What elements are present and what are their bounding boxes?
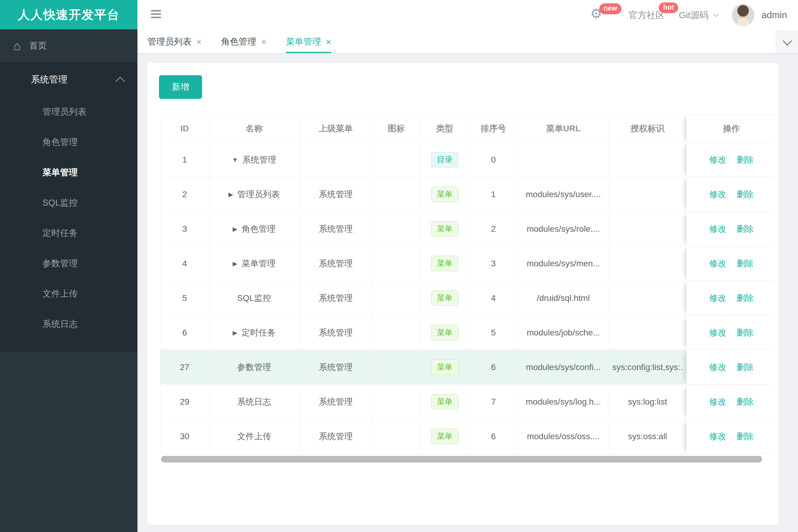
cell-perms: sys:config:list,sys:. xyxy=(609,350,686,384)
sidebar-home-label: 首页 xyxy=(29,40,47,52)
top-header: ⚙ new 官方社区 hot Git源码 admin xyxy=(137,0,798,30)
sidebar-item[interactable]: 菜单管理 xyxy=(0,157,137,188)
cell-icon xyxy=(372,281,421,315)
delete-link[interactable]: 删除 xyxy=(737,223,754,235)
column-header: 操作 xyxy=(686,115,777,142)
expand-arrow-down-icon[interactable]: ▼ xyxy=(232,157,238,163)
type-badge: 菜单 xyxy=(431,394,459,410)
sidebar-group-system[interactable]: 系统管理 xyxy=(0,62,137,97)
horizontal-scrollbar[interactable] xyxy=(161,456,762,462)
cell-order: 5 xyxy=(469,316,518,350)
avatar xyxy=(732,4,754,26)
cell-url: modules/sys/user.... xyxy=(518,177,609,211)
tab-close-icon[interactable]: × xyxy=(326,37,331,47)
sidebar-item[interactable]: 系统日志 xyxy=(0,309,137,339)
delete-link[interactable]: 删除 xyxy=(737,292,754,304)
cell-icon xyxy=(372,212,421,246)
cell-id: 2 xyxy=(161,177,209,211)
add-button[interactable]: 新增 xyxy=(159,75,202,99)
cell-type: 菜单 xyxy=(421,177,469,211)
chevron-down-icon xyxy=(782,36,792,45)
cell-url xyxy=(518,142,609,177)
sidebar-item-label: 管理员列表 xyxy=(42,106,87,118)
sidebar-item-label: 系统日志 xyxy=(42,318,78,330)
table-row: 5SQL监控系统管理菜单4/druid/sql.html修改删除 xyxy=(161,281,776,316)
tabs-overflow-button[interactable] xyxy=(776,30,798,53)
cell-url: modules/job/sche... xyxy=(518,316,609,350)
menu-name: 参数管理 xyxy=(237,362,271,373)
cell-order: 6 xyxy=(469,350,518,384)
cell-type: 目录 xyxy=(421,142,469,177)
cell-name: 系统日志 xyxy=(209,385,299,419)
tab-菜单管理[interactable]: 菜单管理× xyxy=(286,30,331,53)
expand-arrow-right-icon[interactable]: ▶ xyxy=(228,191,233,197)
table-row: 3▶角色管理系统管理菜单2modules/sys/role....修改删除 xyxy=(161,212,776,246)
delete-link[interactable]: 删除 xyxy=(737,154,754,166)
cell-name: ▶角色管理 xyxy=(209,212,299,246)
expand-arrow-right-icon[interactable]: ▶ xyxy=(233,226,237,232)
tab-close-icon[interactable]: × xyxy=(261,37,267,47)
main-content: 新增 ID名称上级菜单图标类型排序号菜单URL授权标识操作1▼系统管理目录0修改… xyxy=(137,53,798,532)
expand-arrow-right-icon[interactable]: ▶ xyxy=(233,261,237,267)
cell-actions: 修改删除 xyxy=(686,177,777,211)
edit-link[interactable]: 修改 xyxy=(709,362,726,373)
cell-actions: 修改删除 xyxy=(686,281,777,315)
delete-link[interactable]: 删除 xyxy=(737,362,754,373)
table-row: 6▶定时任务系统管理菜单5modules/job/sche...修改删除 xyxy=(161,316,776,350)
menu-name: 角色管理 xyxy=(242,223,276,235)
user-menu[interactable]: admin xyxy=(732,4,787,26)
sidebar-item[interactable]: SQL监控 xyxy=(0,188,137,218)
username: admin xyxy=(762,10,787,21)
tab-角色管理[interactable]: 角色管理× xyxy=(221,30,267,53)
sidebar-item-home[interactable]: ⌂ 首页 xyxy=(0,30,137,62)
sidebar-group-label: 系统管理 xyxy=(31,73,67,86)
sidebar-item[interactable]: 文件上传 xyxy=(0,279,137,309)
cell-parent: 系统管理 xyxy=(299,385,372,419)
delete-link[interactable]: 删除 xyxy=(737,189,754,200)
sidebar-item[interactable]: 角色管理 xyxy=(0,127,137,157)
cell-actions: 修改删除 xyxy=(686,419,777,453)
expand-arrow-right-icon[interactable]: ▶ xyxy=(233,330,237,336)
cell-id: 4 xyxy=(161,246,209,281)
cell-name: ▶管理员列表 xyxy=(209,177,299,211)
edit-link[interactable]: 修改 xyxy=(709,292,726,304)
cell-type: 菜单 xyxy=(421,281,469,315)
cell-url: modules/oss/oss.... xyxy=(518,419,609,453)
tab-管理员列表[interactable]: 管理员列表× xyxy=(147,30,202,53)
git-source-dropdown[interactable]: Git源码 xyxy=(679,9,718,21)
edit-link[interactable]: 修改 xyxy=(709,327,726,339)
edit-link[interactable]: 修改 xyxy=(709,223,726,235)
edit-link[interactable]: 修改 xyxy=(709,258,726,269)
cell-id: 30 xyxy=(161,419,209,453)
cell-id: 1 xyxy=(161,142,209,177)
cell-url: /druid/sql.html xyxy=(518,281,609,315)
sidebar-item[interactable]: 定时任务 xyxy=(0,218,137,248)
cell-parent: 系统管理 xyxy=(299,316,372,350)
delete-link[interactable]: 删除 xyxy=(737,396,754,407)
column-header: ID xyxy=(161,115,209,142)
settings-button[interactable]: ⚙ new xyxy=(590,4,614,26)
cell-perms xyxy=(609,246,686,281)
edit-link[interactable]: 修改 xyxy=(709,189,726,200)
cell-url: modules/sys/log.h... xyxy=(518,385,609,419)
menu-name: 文件上传 xyxy=(237,431,271,442)
sidebar-item[interactable]: 管理员列表 xyxy=(0,97,137,127)
cell-parent: 系统管理 xyxy=(299,281,372,315)
tab-close-icon[interactable]: × xyxy=(196,37,202,47)
table-row: 27参数管理系统管理菜单6modules/sys/confi...sys:con… xyxy=(161,350,776,385)
edit-link[interactable]: 修改 xyxy=(709,154,726,166)
edit-link[interactable]: 修改 xyxy=(709,396,726,407)
community-link[interactable]: 官方社区 hot xyxy=(628,9,665,21)
cell-perms xyxy=(609,177,686,211)
cell-order: 1 xyxy=(469,177,518,211)
edit-link[interactable]: 修改 xyxy=(709,431,726,442)
delete-link[interactable]: 删除 xyxy=(737,431,754,442)
cell-name: 参数管理 xyxy=(209,350,299,384)
type-badge: 菜单 xyxy=(431,290,459,306)
table-header-row: ID名称上级菜单图标类型排序号菜单URL授权标识操作 xyxy=(161,115,776,142)
sidebar-item[interactable]: 参数管理 xyxy=(0,248,137,279)
table-row: 4▶菜单管理系统管理菜单3modules/sys/men...修改删除 xyxy=(161,246,776,281)
hamburger-menu-icon[interactable] xyxy=(151,10,161,19)
delete-link[interactable]: 删除 xyxy=(737,327,754,339)
delete-link[interactable]: 删除 xyxy=(737,258,754,269)
